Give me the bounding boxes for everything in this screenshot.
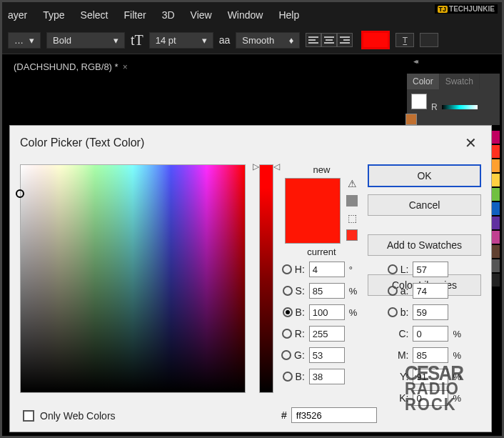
lab-b-radio[interactable]: b:	[388, 307, 409, 318]
hash-label: #	[281, 409, 287, 421]
foreground-swatch[interactable]	[411, 94, 427, 109]
a-radio[interactable]: a:	[388, 285, 409, 297]
sv-cursor-icon[interactable]	[16, 189, 24, 198]
h-input[interactable]	[309, 262, 345, 277]
r-channel-slider[interactable]	[442, 105, 478, 109]
chevron-down-icon: ▾	[114, 35, 119, 46]
menu-view[interactable]: View	[191, 9, 212, 21]
align-left-button[interactable]	[306, 33, 321, 47]
menu-filter[interactable]: Filter	[124, 9, 146, 21]
m-input[interactable]	[413, 347, 448, 363]
font-size-dropdown[interactable]: 14 pt ▾	[149, 32, 213, 49]
antialias-dropdown[interactable]: Smooth ♦	[236, 32, 300, 49]
k-label: K:	[388, 392, 409, 404]
align-right-button[interactable]	[337, 33, 353, 47]
s-radio[interactable]: S:	[281, 285, 305, 297]
y-input[interactable]	[413, 369, 448, 384]
font-weight-dropdown[interactable]: Bold ▾	[46, 32, 125, 49]
menu-layer[interactable]: ayer	[8, 9, 27, 21]
only-web-label: Only Web Colors	[40, 410, 116, 422]
updown-icon: ♦	[289, 35, 294, 46]
cancel-button[interactable]: Cancel	[368, 194, 481, 216]
a-input[interactable]	[413, 283, 448, 299]
menu-window[interactable]: Window	[228, 9, 263, 21]
warning-icon[interactable]: ⚠	[348, 178, 357, 189]
document-tab-title: (DACHSHUND, RGB/8) *	[14, 61, 119, 72]
s-input[interactable]	[309, 283, 345, 299]
panel-tab-swatches[interactable]: Swatch	[440, 74, 480, 89]
m-label: M:	[388, 349, 409, 361]
text-color-swatch-button[interactable]	[361, 31, 390, 49]
new-color-swatch	[286, 179, 340, 211]
saturation-value-field[interactable]	[20, 164, 246, 393]
hue-slider[interactable]: ▷ ◁	[257, 164, 276, 393]
only-web-colors[interactable]: Only Web Colors	[23, 410, 116, 422]
text-align-group	[306, 33, 353, 47]
c-label: C:	[388, 328, 409, 339]
panel-tab-color[interactable]: Color	[407, 74, 440, 89]
r-radio[interactable]: R:	[281, 328, 305, 339]
chevron-down-icon: ▾	[202, 35, 207, 46]
close-icon[interactable]: ×	[123, 62, 128, 72]
antialias-icon: aa	[219, 34, 231, 46]
y-label: Y:	[388, 371, 409, 382]
dialog-title: Color Picker (Text Color)	[20, 136, 144, 149]
hue-arrow-right-icon: ◁	[273, 161, 280, 171]
r-input[interactable]	[309, 326, 345, 342]
b-radio[interactable]: B:	[281, 307, 305, 318]
color-value-fields: H: ° L: S: % a: B: % b: R: C: % G:	[281, 262, 463, 406]
l-radio[interactable]: L:	[388, 264, 409, 275]
collapse-panels-icon[interactable]: ◂◂	[413, 57, 416, 65]
hue-arrow-left-icon: ▷	[253, 161, 259, 171]
character-panel-icon[interactable]	[420, 33, 438, 47]
new-color-label: new	[313, 164, 330, 175]
color-panel: Color Swatch R	[407, 74, 500, 125]
menu-3d[interactable]: 3D	[162, 9, 175, 21]
websafe-swatch[interactable]	[346, 229, 358, 241]
current-color-label: current	[307, 247, 336, 257]
r-channel-label: R	[431, 102, 438, 112]
options-bar: … ▾ Bold ▾ tT 14 pt ▾ aa Smooth ♦ T̲	[2, 26, 502, 54]
g-radio[interactable]: G:	[281, 349, 305, 361]
c-input[interactable]	[413, 326, 448, 342]
font-family-dropdown[interactable]: … ▾	[8, 32, 41, 49]
blue-radio[interactable]: B:	[281, 371, 305, 382]
chevron-down-icon: ▾	[29, 35, 34, 46]
g-input[interactable]	[309, 347, 345, 363]
menu-type[interactable]: Type	[43, 9, 64, 21]
only-web-checkbox[interactable]	[23, 410, 34, 422]
document-tab[interactable]: (DACHSHUND, RGB/8) * ×	[8, 59, 133, 75]
warning-swatch[interactable]	[346, 195, 358, 206]
cube-icon[interactable]: ⬚	[348, 212, 357, 224]
ok-button[interactable]: OK	[368, 164, 481, 187]
hex-input[interactable]	[291, 407, 377, 423]
align-center-button[interactable]	[321, 33, 337, 47]
current-color-swatch	[286, 211, 340, 243]
close-button[interactable]: ✕	[460, 133, 481, 153]
color-picker-dialog: Color Picker (Text Color) ✕ ▷ ◁ new ⚠	[9, 125, 492, 432]
warp-text-icon[interactable]: T̲	[395, 33, 414, 47]
menu-help[interactable]: Help	[278, 9, 299, 21]
lab-b-input[interactable]	[413, 304, 448, 320]
l-input[interactable]	[413, 262, 448, 277]
background-swatch[interactable]	[405, 114, 417, 125]
k-input[interactable]	[413, 390, 448, 406]
b-input[interactable]	[309, 304, 345, 320]
watermark-techjunkie: TJ TECHJUNKIE	[435, 4, 498, 14]
font-size-icon: tT	[131, 32, 143, 49]
menu-select[interactable]: Select	[81, 9, 109, 21]
blue-input[interactable]	[309, 369, 345, 384]
hex-row: #	[281, 407, 377, 423]
h-radio[interactable]: H:	[281, 264, 305, 275]
new-current-swatch	[285, 178, 341, 244]
main-menu: ayer Type Select Filter 3D View Window H…	[2, 2, 502, 26]
add-to-swatches-button[interactable]: Add to Swatches	[368, 234, 481, 256]
